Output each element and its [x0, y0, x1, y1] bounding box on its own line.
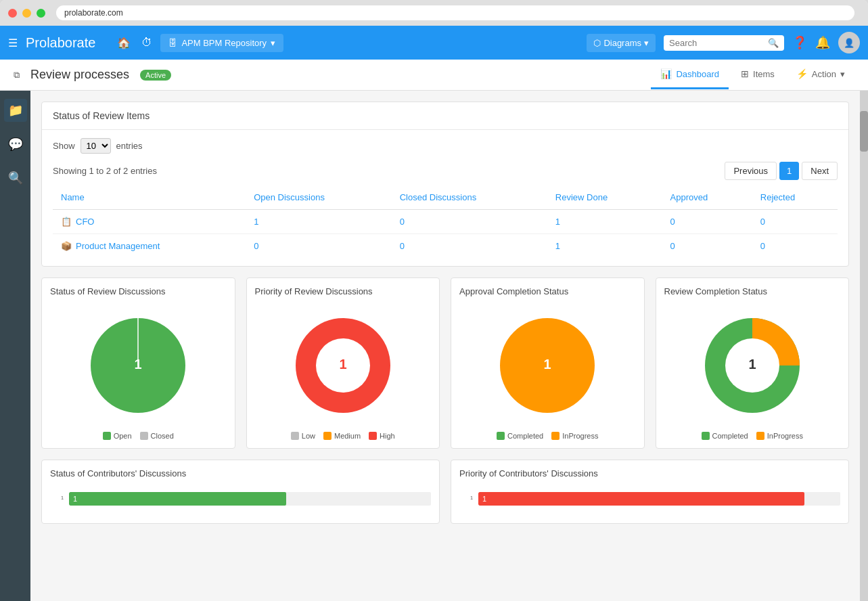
bar-label-1: ¹: [50, 495, 64, 503]
completed-legend-dot-1: [497, 432, 505, 440]
review-process-icon: ⧉: [14, 70, 20, 81]
scrollbar-thumb[interactable]: [860, 111, 868, 152]
review-discussions-priority-chart: 1: [255, 305, 432, 426]
row-1-rejected-link[interactable]: 0: [760, 217, 765, 227]
entries-select[interactable]: 10 25 50: [81, 138, 111, 154]
help-button[interactable]: ❓: [792, 35, 807, 50]
action-chevron-icon: ▾: [840, 69, 845, 79]
database-icon: 🗄: [168, 38, 177, 48]
repo-selector[interactable]: 🗄 APM BPM Repository ▾: [160, 34, 283, 52]
cfo-link[interactable]: 📋 CFO: [61, 217, 237, 227]
clock-icon[interactable]: ⏱: [141, 37, 152, 49]
scrollbar[interactable]: [860, 91, 868, 601]
brand-rest: laborate: [47, 35, 95, 50]
minimize-dot[interactable]: [22, 9, 31, 18]
legend-high: High: [369, 432, 395, 440]
medium-legend-dot: [323, 432, 332, 440]
row-2-review-link[interactable]: 1: [555, 241, 560, 251]
row-1-closed-link[interactable]: 0: [400, 217, 405, 227]
brand-pro: Pro: [26, 35, 47, 50]
row-2-rejected-link[interactable]: 0: [760, 241, 765, 251]
table-body: 📋 CFO 1 0 1 0 0: [53, 210, 838, 259]
review-discussions-priority-card: Priority of Review Discussions 1: [246, 277, 440, 449]
close-dot[interactable]: [8, 9, 17, 18]
row-2-name: 📦 Product Management: [53, 234, 246, 259]
review-discussions-pie: 1: [87, 315, 189, 416]
avatar-icon: 👤: [844, 38, 854, 48]
inprogress-legend-dot-2: [756, 432, 764, 440]
row-2-review-done: 1: [547, 234, 662, 259]
row-2-approved-link[interactable]: 0: [670, 241, 675, 251]
pm-link[interactable]: 📦 Product Management: [61, 241, 237, 251]
hamburger-menu[interactable]: ☰: [8, 37, 18, 49]
closed-legend-dot: [140, 432, 148, 440]
status-badge: Active: [140, 70, 171, 81]
col-open-discussions: Open Discussions: [246, 185, 392, 210]
current-page[interactable]: 1: [779, 162, 799, 180]
diagrams-label: Diagrams: [603, 38, 641, 48]
col-closed-discussions: Closed Discussions: [392, 185, 547, 210]
high-legend-dot: [369, 432, 377, 440]
sidebar-icon-folder[interactable]: 📁: [4, 99, 27, 122]
next-button[interactable]: Next: [802, 162, 838, 180]
completed-legend-label-2: Completed: [712, 432, 748, 440]
browser-window: prolaborate.com ☰ Prolaborate 🏠 ⏱ 🗄 APM …: [0, 0, 868, 601]
dashboard-icon: 📊: [660, 68, 672, 79]
sidebar-icon-search[interactable]: 🔍: [4, 166, 27, 190]
nav-right-section: ⬡ Diagrams ▾ 🔍 ❓ 🔔 👤: [587, 32, 860, 53]
notifications-button[interactable]: 🔔: [815, 35, 830, 50]
search-icon: 🔍: [768, 38, 779, 48]
row-1-approved-link[interactable]: 0: [670, 217, 675, 227]
closed-legend-label: Closed: [151, 432, 174, 440]
legend-completed-2: Completed: [702, 432, 748, 440]
action-icon: ⚡: [796, 68, 808, 79]
row-2-approved: 0: [662, 234, 752, 259]
contributors-status-title: Status of Contributors' Discussions: [50, 468, 431, 478]
row-1-rejected: 0: [752, 210, 838, 234]
row-1-open-link[interactable]: 1: [254, 217, 258, 227]
review-discussions-status-title: Status of Review Discussions: [50, 286, 227, 296]
status-card-title: Status of Review Items: [53, 110, 150, 121]
show-label: Show: [53, 141, 75, 151]
row-2-open-link[interactable]: 0: [254, 241, 258, 251]
inprogress-legend-label-2: InProgress: [767, 432, 803, 440]
high-legend-label: High: [380, 432, 395, 440]
row-2-closed-link[interactable]: 0: [400, 241, 405, 251]
url-bar[interactable]: prolaborate.com: [56, 5, 854, 20]
tab-items[interactable]: ⊞ Items: [731, 60, 784, 89]
review-completion-chart: 1: [664, 305, 841, 426]
tab-action[interactable]: ⚡ Action ▾: [787, 60, 854, 89]
row-1-review-link[interactable]: 1: [555, 217, 560, 227]
tab-dashboard[interactable]: 📊 Dashboard: [651, 60, 729, 89]
tab-dashboard-label: Dashboard: [676, 69, 719, 79]
diagrams-button[interactable]: ⬡ Diagrams ▾: [587, 34, 656, 52]
review-discussions-priority-legend: Low Medium High: [255, 432, 432, 440]
bar-row-1: ¹ 1: [50, 492, 431, 506]
completed-legend-dot-2: [702, 432, 710, 440]
user-avatar[interactable]: 👤: [838, 32, 860, 53]
open-legend-dot: [103, 432, 111, 440]
sidebar-icon-chat[interactable]: 💬: [4, 133, 27, 156]
col-approved: Approved: [662, 185, 752, 210]
main-layout: 📁 💬 🔍 Status of Review Items Show 10: [0, 91, 868, 601]
legend-inprogress-2: InProgress: [756, 432, 803, 440]
review-discussions-priority-title: Priority of Review Discussions: [255, 286, 432, 296]
search-box[interactable]: 🔍: [664, 35, 784, 51]
bar-track-2: 1: [478, 492, 840, 506]
previous-button[interactable]: Previous: [725, 162, 777, 180]
maximize-dot[interactable]: [37, 9, 45, 18]
status-table: Name Open Discussions Closed Discussions…: [53, 185, 838, 258]
search-input[interactable]: [669, 38, 764, 48]
review-completion-card: Review Completion Status 1: [656, 277, 850, 449]
sidebar: 📁 💬 🔍: [0, 91, 30, 601]
browser-titlebar: prolaborate.com: [0, 0, 868, 26]
status-card-body: Show 10 25 50 entries Showing 1 to 2 of …: [42, 130, 848, 266]
bottom-charts-row: Status of Contributors' Discussions ¹ 1: [41, 460, 849, 524]
home-icon[interactable]: 🏠: [117, 37, 131, 49]
low-legend-label: Low: [302, 432, 315, 440]
row-1-open: 1: [246, 210, 392, 234]
pm-icon: 📦: [61, 241, 72, 251]
inprogress-legend-label-1: InProgress: [562, 432, 598, 440]
pagination: Previous 1 Next: [725, 162, 838, 180]
review-completion-title: Review Completion Status: [664, 286, 841, 296]
